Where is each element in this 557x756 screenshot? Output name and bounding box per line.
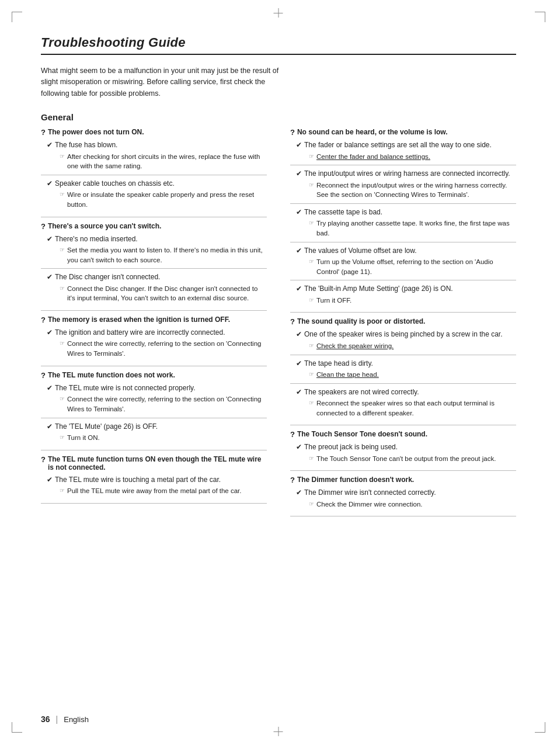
sub-text: Turn it OFF. — [316, 296, 516, 306]
sub-instruction: ☞ Turn up the Volume offset, referring t… — [309, 257, 516, 276]
sub-text: Reconnect the input/output wires or the … — [316, 181, 516, 200]
sub-text: Check the speaker wiring. — [316, 341, 516, 351]
page-footer: 36 | English — [41, 715, 89, 724]
sub-arrow-icon: ☞ — [309, 455, 314, 463]
answer-item: ✔ The TEL mute wire is touching a metal … — [47, 475, 267, 496]
sub-text: Connect the Disc changer. If the Disc ch… — [67, 284, 267, 303]
question-title-8: ? The Touch Sensor Tone doesn't sound. — [290, 430, 516, 439]
checkmark-icon: ✔ — [296, 140, 302, 150]
sub-text: Connect the wire correctly, referring to… — [67, 394, 267, 414]
sub-text: Center the fader and balance settings. — [316, 152, 516, 162]
checkmark-icon: ✔ — [47, 140, 53, 150]
question-title-6: ? No sound can be heard, or the volume i… — [290, 128, 516, 137]
sub-instruction: ☞ Connect the Disc changer. If the Disc … — [60, 284, 267, 303]
sub-arrow-icon: ☞ — [60, 487, 65, 495]
sub-instruction: ☞ Turn it OFF. — [309, 296, 516, 306]
sub-arrow-icon: ☞ — [309, 181, 314, 190]
sub-text: After checking for short circuits in the… — [67, 152, 267, 171]
sub-instruction: ☞ Pull the TEL mute wire away from the m… — [60, 486, 267, 496]
checkmark-icon: ✔ — [296, 169, 302, 179]
checkmark-icon: ✔ — [296, 387, 302, 397]
sub-text: Turn up the Volume offset, referring to … — [316, 257, 516, 276]
question-text-4: The TEL mute function does not work. — [48, 371, 175, 379]
sub-text: Check the Dimmer wire connection. — [316, 500, 516, 509]
footer-language: English — [64, 715, 89, 724]
answer-check: ✔ The ignition and battery wire are inco… — [47, 328, 267, 338]
answer-item: ✔ Speaker cable touches on chassis etc. … — [47, 179, 267, 210]
sub-text: Clean the tape head. — [316, 370, 516, 380]
sub-instruction: ☞ Connect the wire correctly, referring … — [60, 339, 267, 358]
sub-arrow-icon: ☞ — [309, 219, 314, 228]
question-mark-3: ? — [41, 315, 46, 324]
sub-instruction: ☞ Reconnect the speaker wires so that ea… — [309, 398, 516, 418]
sub-instruction: ☞ Try playing another cassette tape. It … — [309, 219, 516, 238]
answer-text: The cassette tape is bad. — [304, 207, 516, 217]
question-text-5: The TEL mute function turns ON even thou… — [48, 455, 267, 471]
answer-item: ✔ The cassette tape is bad. ☞ Try playin… — [296, 207, 516, 238]
question-title-5: ? The TEL mute function turns ON even th… — [41, 455, 267, 471]
question-title-4: ? The TEL mute function does not work. — [41, 371, 267, 380]
question-block-9: ? The Dimmer function doesn't work. ✔ Th… — [290, 476, 516, 516]
two-column-layout: ? The power does not turn ON. ✔ The fuse… — [41, 128, 516, 521]
sub-instruction: ☞ Check the speaker wiring. — [309, 341, 516, 351]
question-block-1: ? The power does not turn ON. ✔ The fuse… — [41, 128, 267, 217]
question-text-3: The memory is erased when the ignition i… — [48, 315, 230, 324]
answer-item: ✔ The speakers are not wired correctly. … — [296, 387, 516, 418]
question-block-2: ? There's a source you can't switch. ✔ T… — [41, 222, 267, 311]
answer-text: The 'Built-in Amp Mute Setting' (page 26… — [304, 284, 516, 294]
intro-text: What might seem to be a malfunction in y… — [41, 65, 286, 99]
answer-item: ✔ One of the speaker wires is being pinc… — [296, 330, 516, 351]
sub-text: Pull the TEL mute wire away from the met… — [67, 486, 267, 496]
checkmark-icon: ✔ — [296, 246, 302, 256]
sub-arrow-icon: ☞ — [60, 395, 65, 404]
sub-instruction: ☞ Center the fader and balance settings. — [309, 152, 516, 162]
sub-arrow-icon: ☞ — [60, 152, 65, 161]
title-rule — [41, 54, 516, 55]
sub-instruction: ☞ Turn it ON. — [60, 433, 267, 443]
answer-item: ✔ There's no media inserted. ☞ Set the m… — [47, 234, 267, 265]
sub-text: Turn it ON. — [67, 433, 267, 443]
checkmark-icon: ✔ — [296, 359, 302, 369]
sub-text: Set the media you want to listen to. If … — [67, 245, 267, 265]
sub-instruction: ☞ Set the media you want to listen to. I… — [60, 245, 267, 265]
sub-arrow-icon: ☞ — [309, 152, 314, 161]
checkmark-icon: ✔ — [47, 475, 53, 485]
question-title-9: ? The Dimmer function doesn't work. — [290, 476, 516, 484]
answer-text: The speakers are not wired correctly. — [304, 387, 516, 397]
question-mark-9: ? — [290, 476, 295, 484]
answer-check: ✔ Speaker cable touches on chassis etc. — [47, 179, 267, 189]
answer-text: The input/output wires or wiring harness… — [304, 169, 516, 179]
answer-text: The values of Volume offset are low. — [304, 246, 516, 256]
sub-arrow-icon: ☞ — [309, 370, 314, 379]
answer-check: ✔ The fader or balance settings are set … — [296, 140, 516, 150]
answer-item: ✔ The input/output wires or wiring harne… — [296, 169, 516, 200]
corner-mark-br — [535, 722, 545, 733]
question-mark-2: ? — [41, 222, 46, 231]
inner-rule — [290, 355, 516, 355]
checkmark-icon: ✔ — [296, 330, 302, 339]
answer-item: ✔ The 'TEL Mute' (page 26) is OFF. ☞ Tur… — [47, 422, 267, 443]
question-mark-7: ? — [290, 317, 295, 326]
sub-arrow-icon: ☞ — [60, 434, 65, 442]
inner-rule — [290, 383, 516, 384]
page-number: 36 — [41, 715, 50, 724]
answer-check: ✔ The TEL mute wire is not connected pro… — [47, 383, 267, 393]
answer-text: The tape head is dirty. — [304, 359, 516, 369]
checkmark-icon: ✔ — [296, 442, 302, 452]
question-text-1: The power does not turn ON. — [48, 128, 144, 136]
crosshair-bottom — [278, 727, 279, 736]
section-heading-general: General — [41, 112, 516, 122]
sub-text: The Touch Sensor Tone can't be output fr… — [316, 454, 516, 464]
sub-text: Reconnect the speaker wires so that each… — [316, 398, 516, 418]
answer-check: ✔ The values of Volume offset are low. — [296, 246, 516, 256]
checkmark-icon: ✔ — [296, 488, 302, 498]
checkmark-icon: ✔ — [47, 383, 53, 393]
inner-rule — [290, 165, 516, 165]
answer-item: ✔ The Disc changer isn't connected. ☞ Co… — [47, 272, 267, 303]
question-block-7: ? The sound quality is poor or distorted… — [290, 317, 516, 425]
question-block-4: ? The TEL mute function does not work. ✔… — [41, 371, 267, 450]
answer-check: ✔ The preout jack is being used. — [296, 442, 516, 452]
answer-check: ✔ The 'TEL Mute' (page 26) is OFF. — [47, 422, 267, 432]
answer-text: One of the speaker wires is being pinche… — [304, 330, 516, 339]
answer-item: ✔ The TEL mute wire is not connected pro… — [47, 383, 267, 414]
